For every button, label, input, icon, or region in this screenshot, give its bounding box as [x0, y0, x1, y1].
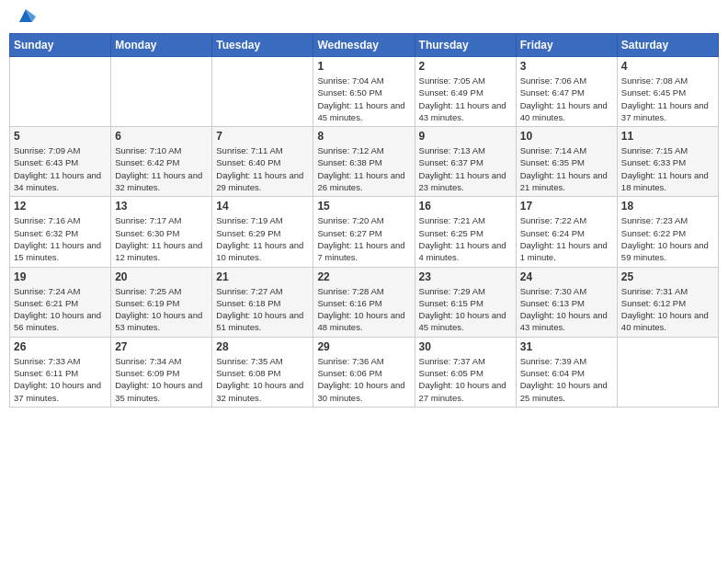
- day-info: Sunrise: 7:14 AM Sunset: 6:35 PM Dayligh…: [520, 144, 613, 193]
- day-number: 10: [520, 130, 613, 143]
- day-info: Sunrise: 7:27 AM Sunset: 6:18 PM Dayligh…: [216, 285, 309, 334]
- calendar-cell: 8 Sunrise: 7:12 AM Sunset: 6:38 PM Dayli…: [313, 127, 415, 197]
- day-number: 27: [115, 340, 208, 353]
- day-number: 31: [520, 340, 613, 353]
- day-info: Sunrise: 7:31 AM Sunset: 6:12 PM Dayligh…: [621, 285, 714, 334]
- day-number: 8: [317, 130, 410, 143]
- logo: [13, 9, 36, 26]
- day-number: 28: [216, 340, 309, 353]
- day-info: Sunrise: 7:06 AM Sunset: 6:47 PM Dayligh…: [520, 75, 613, 123]
- calendar-cell: 27 Sunrise: 7:34 AM Sunset: 6:09 PM Dayl…: [111, 337, 212, 407]
- day-number: 7: [216, 130, 309, 143]
- day-number: 26: [14, 340, 107, 353]
- calendar-cell: 22 Sunrise: 7:28 AM Sunset: 6:16 PM Dayl…: [313, 267, 415, 337]
- weekday-header-saturday: Saturday: [617, 34, 718, 57]
- weekday-header-wednesday: Wednesday: [313, 34, 415, 57]
- calendar-cell: 5 Sunrise: 7:09 AM Sunset: 6:43 PM Dayli…: [10, 127, 111, 197]
- calendar-table: SundayMondayTuesdayWednesdayThursdayFrid…: [9, 33, 719, 408]
- day-info: Sunrise: 7:05 AM Sunset: 6:49 PM Dayligh…: [419, 75, 512, 123]
- day-number: 5: [14, 130, 107, 143]
- day-info: Sunrise: 7:04 AM Sunset: 6:50 PM Dayligh…: [317, 75, 410, 123]
- day-number: 2: [419, 60, 512, 73]
- calendar-cell: [617, 337, 718, 407]
- day-number: 1: [317, 60, 410, 73]
- day-number: 9: [419, 130, 512, 143]
- day-number: 11: [621, 130, 714, 143]
- calendar-cell: 23 Sunrise: 7:29 AM Sunset: 6:15 PM Dayl…: [415, 267, 516, 337]
- day-info: Sunrise: 7:12 AM Sunset: 6:38 PM Dayligh…: [317, 144, 410, 193]
- calendar-cell: 20 Sunrise: 7:25 AM Sunset: 6:19 PM Dayl…: [111, 267, 212, 337]
- calendar-cell: 14 Sunrise: 7:19 AM Sunset: 6:29 PM Dayl…: [212, 197, 313, 267]
- day-info: Sunrise: 7:15 AM Sunset: 6:33 PM Dayligh…: [621, 144, 714, 193]
- calendar-cell: 21 Sunrise: 7:27 AM Sunset: 6:18 PM Dayl…: [212, 267, 313, 337]
- week-row-4: 19 Sunrise: 7:24 AM Sunset: 6:21 PM Dayl…: [10, 267, 719, 337]
- calendar-cell: 31 Sunrise: 7:39 AM Sunset: 6:04 PM Dayl…: [516, 337, 617, 407]
- week-row-3: 12 Sunrise: 7:16 AM Sunset: 6:32 PM Dayl…: [10, 197, 719, 267]
- calendar-cell: 9 Sunrise: 7:13 AM Sunset: 6:37 PM Dayli…: [415, 127, 516, 197]
- day-info: Sunrise: 7:22 AM Sunset: 6:24 PM Dayligh…: [520, 214, 613, 263]
- weekday-header-tuesday: Tuesday: [212, 34, 313, 57]
- calendar-cell: 4 Sunrise: 7:08 AM Sunset: 6:45 PM Dayli…: [617, 57, 718, 127]
- day-number: 25: [621, 270, 714, 283]
- day-info: Sunrise: 7:29 AM Sunset: 6:15 PM Dayligh…: [419, 285, 512, 334]
- week-row-5: 26 Sunrise: 7:33 AM Sunset: 6:11 PM Dayl…: [10, 337, 719, 407]
- day-info: Sunrise: 7:10 AM Sunset: 6:42 PM Dayligh…: [115, 144, 208, 193]
- calendar-cell: [212, 57, 313, 127]
- day-number: 24: [520, 270, 613, 283]
- calendar-cell: 28 Sunrise: 7:35 AM Sunset: 6:08 PM Dayl…: [212, 337, 313, 407]
- day-info: Sunrise: 7:17 AM Sunset: 6:30 PM Dayligh…: [115, 214, 208, 263]
- day-number: 21: [216, 270, 309, 283]
- calendar-cell: 15 Sunrise: 7:20 AM Sunset: 6:27 PM Dayl…: [313, 197, 415, 267]
- calendar-cell: [111, 57, 212, 127]
- calendar-cell: 17 Sunrise: 7:22 AM Sunset: 6:24 PM Dayl…: [516, 197, 617, 267]
- weekday-header-thursday: Thursday: [415, 34, 516, 57]
- day-info: Sunrise: 7:33 AM Sunset: 6:11 PM Dayligh…: [14, 355, 107, 404]
- calendar-cell: 13 Sunrise: 7:17 AM Sunset: 6:30 PM Dayl…: [111, 197, 212, 267]
- week-row-1: 1 Sunrise: 7:04 AM Sunset: 6:50 PM Dayli…: [10, 57, 719, 127]
- day-info: Sunrise: 7:25 AM Sunset: 6:19 PM Dayligh…: [115, 285, 208, 334]
- calendar-cell: 16 Sunrise: 7:21 AM Sunset: 6:25 PM Dayl…: [415, 197, 516, 267]
- day-info: Sunrise: 7:35 AM Sunset: 6:08 PM Dayligh…: [216, 355, 309, 404]
- day-number: 12: [14, 200, 107, 213]
- day-number: 14: [216, 200, 309, 213]
- day-info: Sunrise: 7:37 AM Sunset: 6:05 PM Dayligh…: [419, 355, 512, 404]
- calendar-cell: 12 Sunrise: 7:16 AM Sunset: 6:32 PM Dayl…: [10, 197, 111, 267]
- day-number: 19: [14, 270, 107, 283]
- weekday-header-friday: Friday: [516, 34, 617, 57]
- day-info: Sunrise: 7:11 AM Sunset: 6:40 PM Dayligh…: [216, 144, 309, 193]
- calendar-cell: 11 Sunrise: 7:15 AM Sunset: 6:33 PM Dayl…: [617, 127, 718, 197]
- day-info: Sunrise: 7:24 AM Sunset: 6:21 PM Dayligh…: [14, 285, 107, 334]
- day-number: 17: [520, 200, 613, 213]
- day-info: Sunrise: 7:21 AM Sunset: 6:25 PM Dayligh…: [419, 214, 512, 263]
- calendar-cell: 19 Sunrise: 7:24 AM Sunset: 6:21 PM Dayl…: [10, 267, 111, 337]
- calendar-cell: 24 Sunrise: 7:30 AM Sunset: 6:13 PM Dayl…: [516, 267, 617, 337]
- day-info: Sunrise: 7:30 AM Sunset: 6:13 PM Dayligh…: [520, 285, 613, 334]
- day-number: 15: [317, 200, 410, 213]
- day-info: Sunrise: 7:13 AM Sunset: 6:37 PM Dayligh…: [419, 144, 512, 193]
- day-info: Sunrise: 7:19 AM Sunset: 6:29 PM Dayligh…: [216, 214, 309, 263]
- calendar-cell: [10, 57, 111, 127]
- day-info: Sunrise: 7:23 AM Sunset: 6:22 PM Dayligh…: [621, 214, 714, 263]
- day-info: Sunrise: 7:34 AM Sunset: 6:09 PM Dayligh…: [115, 355, 208, 404]
- week-row-2: 5 Sunrise: 7:09 AM Sunset: 6:43 PM Dayli…: [10, 127, 719, 197]
- day-number: 3: [520, 60, 613, 73]
- calendar-cell: 6 Sunrise: 7:10 AM Sunset: 6:42 PM Dayli…: [111, 127, 212, 197]
- day-info: Sunrise: 7:16 AM Sunset: 6:32 PM Dayligh…: [14, 214, 107, 263]
- weekday-header-row: SundayMondayTuesdayWednesdayThursdayFrid…: [10, 34, 719, 57]
- day-number: 22: [317, 270, 410, 283]
- day-number: 4: [621, 60, 714, 73]
- calendar-cell: 30 Sunrise: 7:37 AM Sunset: 6:05 PM Dayl…: [415, 337, 516, 407]
- day-number: 16: [419, 200, 512, 213]
- calendar-cell: 10 Sunrise: 7:14 AM Sunset: 6:35 PM Dayl…: [516, 127, 617, 197]
- day-info: Sunrise: 7:36 AM Sunset: 6:06 PM Dayligh…: [317, 355, 410, 404]
- day-number: 29: [317, 340, 410, 353]
- page-header: [9, 9, 719, 26]
- day-number: 20: [115, 270, 208, 283]
- calendar-cell: 1 Sunrise: 7:04 AM Sunset: 6:50 PM Dayli…: [313, 57, 415, 127]
- day-number: 30: [419, 340, 512, 353]
- day-number: 13: [115, 200, 208, 213]
- day-info: Sunrise: 7:39 AM Sunset: 6:04 PM Dayligh…: [520, 355, 613, 404]
- day-number: 6: [115, 130, 208, 143]
- calendar-cell: 2 Sunrise: 7:05 AM Sunset: 6:49 PM Dayli…: [415, 57, 516, 127]
- day-info: Sunrise: 7:08 AM Sunset: 6:45 PM Dayligh…: [621, 75, 714, 123]
